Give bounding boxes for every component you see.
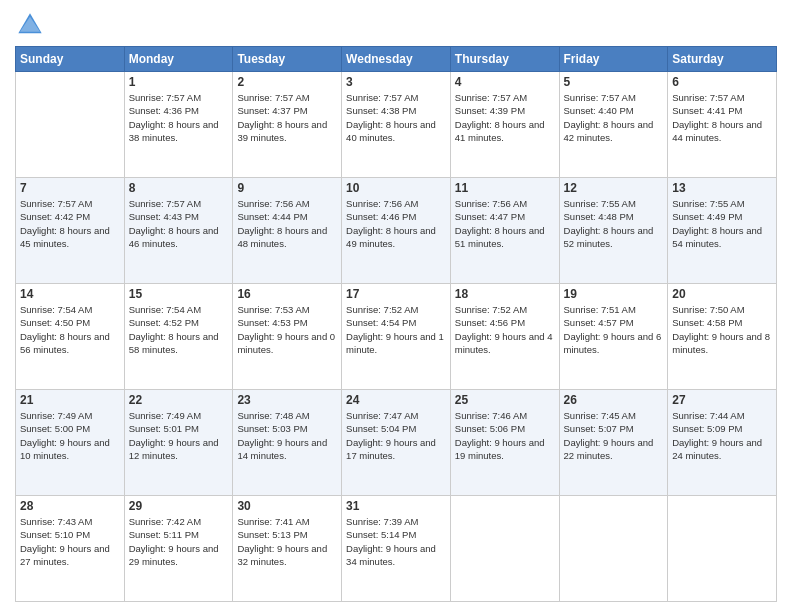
day-info: Sunrise: 7:57 AMSunset: 4:38 PMDaylight:… [346,91,446,144]
day-number: 18 [455,287,555,301]
day-number: 26 [564,393,664,407]
day-number: 23 [237,393,337,407]
weekday-header: Wednesday [342,47,451,72]
calendar-cell: 6Sunrise: 7:57 AMSunset: 4:41 PMDaylight… [668,72,777,178]
calendar-cell: 9Sunrise: 7:56 AMSunset: 4:44 PMDaylight… [233,178,342,284]
day-info: Sunrise: 7:55 AMSunset: 4:49 PMDaylight:… [672,197,772,250]
svg-marker-1 [20,17,40,32]
logo [15,10,49,40]
calendar-cell: 19Sunrise: 7:51 AMSunset: 4:57 PMDayligh… [559,284,668,390]
calendar-cell: 21Sunrise: 7:49 AMSunset: 5:00 PMDayligh… [16,390,125,496]
calendar-cell: 1Sunrise: 7:57 AMSunset: 4:36 PMDaylight… [124,72,233,178]
weekday-header: Tuesday [233,47,342,72]
calendar-cell: 3Sunrise: 7:57 AMSunset: 4:38 PMDaylight… [342,72,451,178]
day-info: Sunrise: 7:57 AMSunset: 4:39 PMDaylight:… [455,91,555,144]
day-info: Sunrise: 7:51 AMSunset: 4:57 PMDaylight:… [564,303,664,356]
day-info: Sunrise: 7:55 AMSunset: 4:48 PMDaylight:… [564,197,664,250]
day-info: Sunrise: 7:56 AMSunset: 4:47 PMDaylight:… [455,197,555,250]
day-number: 6 [672,75,772,89]
day-info: Sunrise: 7:57 AMSunset: 4:43 PMDaylight:… [129,197,229,250]
day-info: Sunrise: 7:56 AMSunset: 4:46 PMDaylight:… [346,197,446,250]
day-info: Sunrise: 7:56 AMSunset: 4:44 PMDaylight:… [237,197,337,250]
day-number: 24 [346,393,446,407]
calendar-cell: 11Sunrise: 7:56 AMSunset: 4:47 PMDayligh… [450,178,559,284]
weekday-header-row: SundayMondayTuesdayWednesdayThursdayFrid… [16,47,777,72]
day-number: 22 [129,393,229,407]
day-info: Sunrise: 7:52 AMSunset: 4:54 PMDaylight:… [346,303,446,356]
day-number: 29 [129,499,229,513]
day-info: Sunrise: 7:41 AMSunset: 5:13 PMDaylight:… [237,515,337,568]
day-info: Sunrise: 7:54 AMSunset: 4:52 PMDaylight:… [129,303,229,356]
day-info: Sunrise: 7:49 AMSunset: 5:00 PMDaylight:… [20,409,120,462]
day-info: Sunrise: 7:53 AMSunset: 4:53 PMDaylight:… [237,303,337,356]
day-number: 30 [237,499,337,513]
calendar-cell: 14Sunrise: 7:54 AMSunset: 4:50 PMDayligh… [16,284,125,390]
day-info: Sunrise: 7:45 AMSunset: 5:07 PMDaylight:… [564,409,664,462]
calendar-cell: 23Sunrise: 7:48 AMSunset: 5:03 PMDayligh… [233,390,342,496]
day-info: Sunrise: 7:48 AMSunset: 5:03 PMDaylight:… [237,409,337,462]
calendar-cell: 24Sunrise: 7:47 AMSunset: 5:04 PMDayligh… [342,390,451,496]
day-info: Sunrise: 7:52 AMSunset: 4:56 PMDaylight:… [455,303,555,356]
day-info: Sunrise: 7:43 AMSunset: 5:10 PMDaylight:… [20,515,120,568]
calendar-week-row: 28Sunrise: 7:43 AMSunset: 5:10 PMDayligh… [16,496,777,602]
day-number: 15 [129,287,229,301]
calendar-cell: 22Sunrise: 7:49 AMSunset: 5:01 PMDayligh… [124,390,233,496]
weekday-header: Saturday [668,47,777,72]
day-info: Sunrise: 7:39 AMSunset: 5:14 PMDaylight:… [346,515,446,568]
calendar-cell: 20Sunrise: 7:50 AMSunset: 4:58 PMDayligh… [668,284,777,390]
calendar-cell: 15Sunrise: 7:54 AMSunset: 4:52 PMDayligh… [124,284,233,390]
calendar-cell: 8Sunrise: 7:57 AMSunset: 4:43 PMDaylight… [124,178,233,284]
header [15,10,777,40]
day-number: 7 [20,181,120,195]
day-info: Sunrise: 7:49 AMSunset: 5:01 PMDaylight:… [129,409,229,462]
day-number: 12 [564,181,664,195]
day-info: Sunrise: 7:42 AMSunset: 5:11 PMDaylight:… [129,515,229,568]
day-info: Sunrise: 7:57 AMSunset: 4:36 PMDaylight:… [129,91,229,144]
day-number: 13 [672,181,772,195]
day-number: 9 [237,181,337,195]
day-number: 2 [237,75,337,89]
calendar-cell: 27Sunrise: 7:44 AMSunset: 5:09 PMDayligh… [668,390,777,496]
calendar-cell: 31Sunrise: 7:39 AMSunset: 5:14 PMDayligh… [342,496,451,602]
day-number: 14 [20,287,120,301]
calendar-cell [450,496,559,602]
weekday-header: Sunday [16,47,125,72]
calendar-week-row: 21Sunrise: 7:49 AMSunset: 5:00 PMDayligh… [16,390,777,496]
calendar-week-row: 7Sunrise: 7:57 AMSunset: 4:42 PMDaylight… [16,178,777,284]
day-number: 31 [346,499,446,513]
day-info: Sunrise: 7:57 AMSunset: 4:42 PMDaylight:… [20,197,120,250]
calendar-cell: 18Sunrise: 7:52 AMSunset: 4:56 PMDayligh… [450,284,559,390]
calendar-table: SundayMondayTuesdayWednesdayThursdayFrid… [15,46,777,602]
calendar-week-row: 14Sunrise: 7:54 AMSunset: 4:50 PMDayligh… [16,284,777,390]
logo-icon [15,10,45,40]
calendar-cell: 2Sunrise: 7:57 AMSunset: 4:37 PMDaylight… [233,72,342,178]
day-number: 25 [455,393,555,407]
calendar-cell: 12Sunrise: 7:55 AMSunset: 4:48 PMDayligh… [559,178,668,284]
day-info: Sunrise: 7:47 AMSunset: 5:04 PMDaylight:… [346,409,446,462]
calendar-week-row: 1Sunrise: 7:57 AMSunset: 4:36 PMDaylight… [16,72,777,178]
calendar-cell: 10Sunrise: 7:56 AMSunset: 4:46 PMDayligh… [342,178,451,284]
calendar-cell: 28Sunrise: 7:43 AMSunset: 5:10 PMDayligh… [16,496,125,602]
day-number: 5 [564,75,664,89]
day-number: 8 [129,181,229,195]
calendar-cell [16,72,125,178]
day-number: 28 [20,499,120,513]
day-number: 10 [346,181,446,195]
calendar-cell: 25Sunrise: 7:46 AMSunset: 5:06 PMDayligh… [450,390,559,496]
day-number: 27 [672,393,772,407]
day-info: Sunrise: 7:57 AMSunset: 4:40 PMDaylight:… [564,91,664,144]
day-number: 16 [237,287,337,301]
day-info: Sunrise: 7:50 AMSunset: 4:58 PMDaylight:… [672,303,772,356]
day-info: Sunrise: 7:54 AMSunset: 4:50 PMDaylight:… [20,303,120,356]
day-number: 1 [129,75,229,89]
day-info: Sunrise: 7:57 AMSunset: 4:41 PMDaylight:… [672,91,772,144]
day-number: 3 [346,75,446,89]
calendar-cell [668,496,777,602]
weekday-header: Thursday [450,47,559,72]
calendar-cell: 17Sunrise: 7:52 AMSunset: 4:54 PMDayligh… [342,284,451,390]
day-info: Sunrise: 7:46 AMSunset: 5:06 PMDaylight:… [455,409,555,462]
calendar-cell [559,496,668,602]
day-number: 21 [20,393,120,407]
calendar-cell: 4Sunrise: 7:57 AMSunset: 4:39 PMDaylight… [450,72,559,178]
calendar-cell: 30Sunrise: 7:41 AMSunset: 5:13 PMDayligh… [233,496,342,602]
